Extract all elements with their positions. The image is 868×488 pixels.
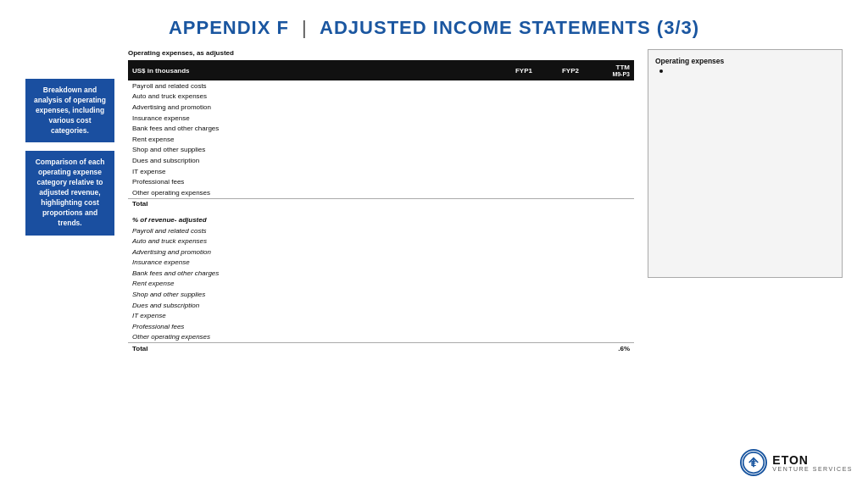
- logo-name: ETON: [772, 454, 853, 466]
- total-row-2: Total .6%: [128, 342, 634, 354]
- chart-title: Operating expenses: [655, 57, 835, 65]
- table-row: Professional fees: [128, 176, 634, 187]
- table-row: Bank fees and other charges: [128, 123, 634, 134]
- table-row: Auto and truck expenses: [128, 92, 634, 103]
- section-label: Operating expenses, as adjusted: [128, 49, 634, 57]
- page: APPENDIX F | ADJUSTED INCOME STATEMENTS …: [0, 0, 868, 488]
- left-sidebar: Breakdown and analysis of operating expe…: [25, 79, 114, 457]
- sidebar-box-2: Comparison of each operating expense cat…: [25, 151, 114, 235]
- header-ttm: TTM M9-P3: [579, 64, 630, 77]
- table-row: Payroll and related costs: [128, 225, 634, 236]
- main-content: Breakdown and analysis of operating expe…: [25, 49, 843, 457]
- chart-box: Operating expenses: [648, 49, 843, 278]
- table-row: Insurance expense: [128, 113, 634, 124]
- logo-circle: E: [740, 449, 767, 476]
- title-main: ADJUSTED INCOME STATEMENTS (3/3): [320, 17, 699, 38]
- table-row: Rent expense: [128, 134, 634, 145]
- logo-icon: E: [742, 449, 765, 476]
- table-row: Bank fees and other charges: [128, 268, 634, 279]
- table-row: IT expense: [128, 166, 634, 177]
- center-table: Operating expenses, as adjusted US$ in t…: [128, 49, 634, 457]
- total-row-1: Total: [128, 198, 634, 210]
- table-row: Rent expense: [128, 279, 634, 290]
- table-row: Dues and subscription: [128, 155, 634, 166]
- page-title: APPENDIX F | ADJUSTED INCOME STATEMENTS …: [25, 17, 843, 39]
- table-row: Shop and other supplies: [128, 145, 634, 156]
- logo-text: ETON VENTURE SERVICES: [772, 454, 853, 472]
- svg-text:E: E: [751, 458, 757, 468]
- right-chart: Operating expenses: [648, 49, 843, 457]
- table-row: Payroll and related costs: [128, 80, 634, 92]
- table-row: Shop and other supplies: [128, 289, 634, 300]
- header-label: US$ in thousands: [132, 67, 486, 75]
- table-row: Advertising and promotion: [128, 247, 634, 258]
- table-row: Professional fees: [128, 321, 634, 332]
- table-row: Other operating expenses: [128, 332, 634, 343]
- table-rows-section1: Payroll and related costs Auto and truck…: [128, 80, 634, 354]
- logo-area: E ETON VENTURE SERVICES: [740, 449, 853, 476]
- table-row: IT expense: [128, 310, 634, 321]
- title-appendix: APPENDIX F: [169, 17, 289, 38]
- table-row: Dues and subscription: [128, 300, 634, 311]
- chart-dot: [659, 69, 663, 73]
- sidebar-box-1: Breakdown and analysis of operating expe…: [25, 79, 114, 142]
- table-row: Advertising and promotion: [128, 102, 634, 113]
- table-header: US$ in thousands FYP1 FYP2 TTM M9-P3: [128, 60, 634, 80]
- table-row: Other operating expenses: [128, 187, 634, 198]
- header-fyp2: FYP2: [532, 67, 579, 75]
- table-row: Insurance expense: [128, 258, 634, 269]
- logo-tagline: VENTURE SERVICES: [772, 466, 853, 472]
- section2-header: % of revenue- adjusted: [128, 214, 634, 225]
- title-separator: |: [302, 17, 308, 38]
- header-fyp1: FYP1: [486, 67, 532, 75]
- table-row: Auto and truck expenses: [128, 236, 634, 247]
